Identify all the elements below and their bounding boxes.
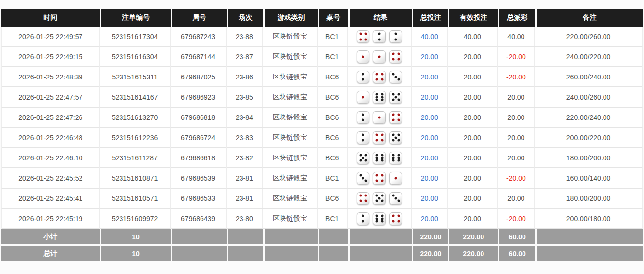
total-bet-amount-link[interactable]: 20.00 bbox=[421, 215, 438, 223]
die-pip bbox=[381, 96, 383, 98]
cell-game-type: 区块链骰宝 bbox=[263, 148, 318, 168]
cell-total-bet: 20.00 bbox=[412, 87, 448, 108]
die-pip bbox=[359, 33, 362, 35]
die-face-3 bbox=[389, 71, 402, 83]
cell-session: 23-81 bbox=[227, 168, 264, 189]
die-face-1 bbox=[357, 91, 369, 104]
cell-session: 23-80 bbox=[227, 209, 264, 229]
cell-table-no: BC6 bbox=[318, 108, 348, 128]
total-bet-amount-link[interactable]: 20.00 bbox=[421, 154, 438, 162]
bet-record-row: 2026-01-25 22:46:10523151611287679686618… bbox=[1, 148, 643, 168]
cell-time: 2026-01-25 22:45:52 bbox=[1, 168, 100, 189]
cell-time: 2026-01-25 22:49:15 bbox=[1, 47, 100, 67]
cell-bet-id: 523151616304 bbox=[100, 47, 171, 67]
total-bet-amount-link[interactable]: 20.00 bbox=[421, 134, 438, 142]
die-pip bbox=[378, 197, 381, 199]
die-pip bbox=[397, 58, 400, 61]
cell-round-id: 679687144 bbox=[171, 47, 227, 67]
total-bet-amount-link[interactable]: 20.00 bbox=[421, 174, 438, 182]
die-face-6 bbox=[373, 212, 386, 225]
bet-record-row: 2026-01-25 22:45:52523151610871679686539… bbox=[1, 168, 643, 189]
cell-session: 23-82 bbox=[227, 148, 264, 168]
payout-amount: 40.00 bbox=[507, 33, 524, 40]
cell-valid-bet: 20.00 bbox=[448, 209, 498, 229]
cell-total-bet: 40.00 bbox=[412, 27, 448, 47]
footer-empty bbox=[263, 246, 318, 263]
cell-time: 2026-01-25 22:49:57 bbox=[1, 27, 100, 47]
footer-payout: 60.00 bbox=[498, 246, 536, 263]
die-pip bbox=[375, 159, 378, 162]
cell-round-id: 679686724 bbox=[171, 128, 227, 148]
cell-session: 23-85 bbox=[227, 87, 264, 108]
cell-payout: 40.00 bbox=[498, 27, 536, 47]
total-bet-amount-link[interactable]: 20.00 bbox=[421, 114, 438, 121]
cell-valid-bet: 20.00 bbox=[448, 148, 498, 168]
dice-result bbox=[357, 50, 402, 63]
dice-result bbox=[357, 192, 402, 205]
cell-game-type: 区块链骰宝 bbox=[263, 27, 318, 47]
cell-bet-id: 523151611287 bbox=[100, 148, 171, 168]
die-pip bbox=[362, 119, 364, 121]
cell-valid-bet: 20.00 bbox=[448, 108, 498, 128]
bet-records-page: 时间注单编号局号场次游戏类别桌号结果总投注有效投注总派彩备注 2026-01-2… bbox=[0, 0, 644, 274]
die-face-1 bbox=[373, 111, 386, 124]
die-pip bbox=[362, 214, 364, 217]
cell-payout: -20.00 bbox=[498, 209, 536, 229]
die-face-5 bbox=[357, 152, 369, 164]
die-pip bbox=[364, 154, 367, 156]
die-pip bbox=[397, 133, 400, 136]
die-pip bbox=[378, 33, 381, 35]
footer-count: 10 bbox=[100, 246, 171, 263]
die-pip bbox=[395, 76, 397, 78]
die-face-2 bbox=[357, 131, 369, 144]
die-pip bbox=[375, 96, 378, 98]
die-pip bbox=[375, 157, 378, 159]
cell-total-bet: 20.00 bbox=[412, 47, 448, 67]
column-header-4: 游戏类别 bbox=[263, 9, 318, 27]
die-pip bbox=[362, 73, 364, 75]
die-pip bbox=[378, 55, 381, 58]
payout-amount: 20.00 bbox=[507, 154, 524, 162]
cell-game-type: 区块链骰宝 bbox=[263, 47, 318, 67]
die-face-3 bbox=[389, 192, 402, 205]
cell-bet-id: 523151614167 bbox=[100, 87, 171, 108]
die-pip bbox=[397, 119, 400, 121]
cell-game-type: 区块链骰宝 bbox=[263, 128, 318, 148]
die-face-4 bbox=[389, 111, 402, 124]
cell-table-no: BC1 bbox=[318, 27, 348, 47]
die-pip bbox=[378, 116, 381, 118]
die-pip bbox=[395, 33, 397, 35]
cell-bet-id: 523151617304 bbox=[100, 27, 171, 47]
total-bet-amount-link[interactable]: 20.00 bbox=[421, 53, 438, 61]
column-header-1: 注单编号 bbox=[100, 9, 171, 27]
die-pip bbox=[362, 139, 364, 142]
die-pip bbox=[362, 113, 364, 116]
footer-empty bbox=[348, 229, 412, 246]
cell-round-id: 679686533 bbox=[171, 189, 227, 209]
cell-payout: 20.00 bbox=[498, 87, 536, 108]
cell-valid-bet: 20.00 bbox=[448, 47, 498, 67]
cell-game-type: 区块链骰宝 bbox=[263, 108, 318, 128]
cell-total-bet: 20.00 bbox=[412, 168, 448, 189]
bet-record-row: 2026-01-25 22:47:57523151614167679686923… bbox=[1, 87, 643, 108]
cell-total-bet: 20.00 bbox=[412, 148, 448, 168]
die-pip bbox=[397, 93, 400, 95]
cell-valid-bet: 20.00 bbox=[448, 189, 498, 209]
die-face-5 bbox=[389, 131, 402, 144]
cell-session: 23-83 bbox=[227, 128, 264, 148]
column-header-6: 结果 bbox=[348, 9, 412, 27]
column-header-8: 有效投注 bbox=[448, 9, 498, 27]
total-bet-amount-link[interactable]: 40.00 bbox=[421, 33, 438, 40]
bet-record-row: 2026-01-25 22:49:57523151617304679687243… bbox=[1, 27, 643, 47]
cell-table-no: BC6 bbox=[318, 148, 348, 168]
die-pip bbox=[381, 157, 383, 159]
total-bet-amount-link[interactable]: 20.00 bbox=[421, 93, 438, 101]
total-bet-amount-link[interactable]: 20.00 bbox=[421, 195, 438, 202]
bet-record-row: 2026-01-25 22:47:26523151613270679686818… bbox=[1, 108, 643, 128]
total-bet-amount-link[interactable]: 20.00 bbox=[421, 73, 438, 81]
cell-result bbox=[348, 168, 412, 189]
dice-result bbox=[357, 212, 402, 225]
cell-remark: 180.00/200.00 bbox=[535, 148, 643, 168]
cell-table-no: BC1 bbox=[318, 47, 348, 67]
die-pip bbox=[364, 33, 367, 35]
